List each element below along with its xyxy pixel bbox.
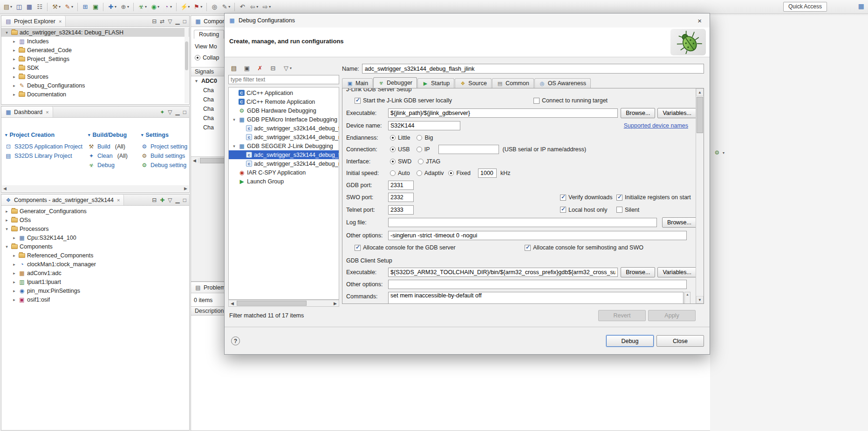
scrollbar-thumb[interactable] xyxy=(200,158,228,163)
twistie-icon[interactable]: ▸ xyxy=(4,218,9,222)
verify-downloads-checkbox[interactable]: Verify downloads xyxy=(560,194,613,201)
flash-programmer-icon[interactable]: ⚡▾ xyxy=(179,2,191,12)
chevron-down-icon[interactable]: ▾ xyxy=(290,66,292,70)
server-other-options-input[interactable] xyxy=(388,231,687,240)
tree-item[interactable]: cadc_swtrigger_s32k144_debug_fl xyxy=(229,150,339,159)
chevron-down-icon[interactable]: ▾ xyxy=(200,5,202,9)
dashboard-section-header[interactable]: ▾Settings xyxy=(141,132,187,138)
tree-item[interactable]: cadc_swtrigger_s32k144_debug_ra xyxy=(229,159,339,168)
maximize-icon[interactable]: □ xyxy=(183,109,186,115)
build-settings-link[interactable]: ⚙Build settings xyxy=(141,151,187,161)
scrollbar-vertical[interactable]: ▲ ▼ xyxy=(696,88,704,303)
twistie-icon[interactable]: ▾ xyxy=(232,117,237,122)
close-tab-icon[interactable]: × xyxy=(117,197,120,203)
collapse-radio[interactable]: Collap xyxy=(195,54,219,61)
local-host-checkbox[interactable]: Local host only xyxy=(560,207,607,213)
palette-icon[interactable]: ⚙ xyxy=(714,149,720,156)
tree-item[interactable]: cadc_swtrigger_s32k144_debug_fl xyxy=(229,124,339,133)
tree-item[interactable]: ▸SDK xyxy=(1,63,189,72)
scroll-up-icon[interactable]: ▲ xyxy=(686,293,689,296)
maximize-icon[interactable]: □ xyxy=(183,197,186,203)
twistie-icon[interactable]: ▸ xyxy=(12,289,17,293)
library-project-link[interactable]: ▤S32DS Library Project xyxy=(5,151,82,161)
tree-item[interactable]: ▸▦Cpu:S32K144_100 xyxy=(1,233,189,242)
bookmark-icon[interactable]: ⚑▾ xyxy=(192,2,204,12)
tab-debugger[interactable]: ☣Debugger xyxy=(373,77,417,88)
tab-project-explorer[interactable]: ▤ Project Explorer × xyxy=(1,16,66,27)
twistie-icon[interactable]: ▸ xyxy=(12,271,17,276)
tree-item[interactable]: ▸▥Includes xyxy=(1,37,189,46)
debug-icon[interactable]: ☣▾ xyxy=(137,2,148,12)
twistie-icon[interactable]: ▸ xyxy=(12,48,17,53)
chevron-down-icon[interactable]: ▾ xyxy=(723,151,724,155)
chevron-down-icon[interactable]: ▾ xyxy=(127,5,129,9)
clean-link[interactable]: ✦Clean(All) xyxy=(88,151,128,161)
tab-startup[interactable]: ▶Startup xyxy=(417,78,454,88)
view-menu-icon[interactable]: ▽ xyxy=(168,197,172,203)
chevron-down-icon[interactable]: ▾ xyxy=(59,5,61,9)
scroll-up-icon[interactable]: ▲ xyxy=(696,88,704,96)
save-icon[interactable]: ◫ xyxy=(14,2,24,12)
interface-jtag-radio[interactable]: JTAG xyxy=(418,158,440,165)
scrollbar-thumb[interactable] xyxy=(697,97,703,133)
dashboard-section-header[interactable]: ▾Project Creation xyxy=(5,132,82,138)
scrollbar-horizontal[interactable]: ◀ ▶ xyxy=(2,185,189,192)
twistie-icon[interactable]: ▾ xyxy=(4,244,9,249)
tree-item[interactable]: ▸▥lpuart1:lpuart xyxy=(1,277,189,286)
tree-item[interactable]: ▸▣osif1:osif xyxy=(1,295,189,304)
chevron-down-icon[interactable]: ▾ xyxy=(228,5,230,9)
tree-item[interactable]: ▾Processors xyxy=(1,224,189,233)
collapse-all-icon[interactable]: ⊟ xyxy=(152,18,157,25)
name-input[interactable] xyxy=(362,64,704,74)
maximize-icon[interactable]: □ xyxy=(183,18,186,25)
apply-button[interactable]: Apply xyxy=(648,310,696,321)
last-edit-icon[interactable]: ↶ xyxy=(238,2,247,12)
tab-components[interactable]: ❖ Components - adc_swtrigger_s32k144 × xyxy=(1,195,124,205)
new-wizard-icon[interactable]: ▤▾ xyxy=(2,2,14,12)
speed-auto-radio[interactable]: Auto xyxy=(390,170,410,176)
commands-textarea[interactable]: set mem inaccessible-by-default off xyxy=(388,292,683,303)
view-menu-icon[interactable]: ▽ xyxy=(168,18,172,25)
tree-item[interactable]: ▸Documentation xyxy=(1,90,189,99)
run-icon[interactable]: ◉▾ xyxy=(149,2,161,12)
search-icon[interactable]: ◎ xyxy=(210,2,219,12)
tree-item[interactable]: ▸Generator_Configurations xyxy=(1,207,189,216)
new-c-element-icon[interactable]: ✚▾ xyxy=(106,2,118,12)
chevron-down-icon[interactable]: ▾ xyxy=(170,5,172,9)
scroll-right-icon[interactable]: ▶ xyxy=(332,301,339,306)
tree-item[interactable]: ▾▦GDB PEMicro Interface Debugging xyxy=(229,115,339,124)
tree-item[interactable]: ▸Sources xyxy=(1,72,189,81)
tab-dashboard[interactable]: ▦ Dashboard × xyxy=(1,107,53,117)
supported-device-names-link[interactable]: Supported device names xyxy=(624,122,688,129)
tab-common[interactable]: ▤Common xyxy=(492,78,534,88)
twistie-icon[interactable]: ▾ xyxy=(4,30,9,35)
connect-running-checkbox[interactable]: Connect to running target xyxy=(533,97,608,104)
scrollbar-vertical[interactable]: ▲▼ xyxy=(684,292,690,303)
duplicate-launch-config-icon[interactable]: ▣ xyxy=(242,63,252,73)
scrollbar-thumb[interactable] xyxy=(237,301,307,306)
tree-item[interactable]: ▸Project_Settings xyxy=(1,54,189,63)
twistie-icon[interactable]: ▸ xyxy=(12,83,17,88)
twistie-icon[interactable]: ▸ xyxy=(12,39,17,44)
forward-icon[interactable]: ⇨▾ xyxy=(260,2,272,12)
browse-button[interactable]: Browse... xyxy=(662,217,697,228)
twistie-icon[interactable]: ▸ xyxy=(4,209,9,214)
tree-item[interactable]: ▾Components xyxy=(1,242,189,251)
tree-item[interactable]: CC/C++ Remote Application xyxy=(229,97,339,106)
scroll-left-icon[interactable]: ◀ xyxy=(191,158,198,163)
filter-launch-config-icon[interactable]: ▽▾ xyxy=(281,63,293,73)
tree-item[interactable]: ▸◔clockMan1:clock_manager xyxy=(1,260,189,269)
tree-item[interactable]: ▸Referenced_Components xyxy=(1,251,189,260)
new-project-icon[interactable]: ⊞ xyxy=(81,2,90,12)
tree-item[interactable]: ▸▦adConv1:adc xyxy=(1,269,189,277)
tree-item[interactable]: ▾adc_swtrigger_s32k144: Debug_FLASH xyxy=(1,28,189,37)
tree-item[interactable]: ▸◉pin_mux:PinSettings xyxy=(1,286,189,295)
annotation-icon[interactable]: ✎▾ xyxy=(220,2,232,12)
minimize-icon[interactable]: ▁ xyxy=(176,197,180,203)
connection-address-input[interactable] xyxy=(438,145,499,154)
debug-settings-link[interactable]: ⚙Debug setting xyxy=(141,161,187,170)
scrollbar-horizontal[interactable]: ◀ ▶ xyxy=(228,300,339,307)
speed-adaptive-radio[interactable]: Adaptiv xyxy=(417,170,444,176)
chevron-down-icon[interactable]: ▾ xyxy=(188,5,190,9)
delete-launch-config-icon[interactable]: ✗ xyxy=(255,63,265,73)
